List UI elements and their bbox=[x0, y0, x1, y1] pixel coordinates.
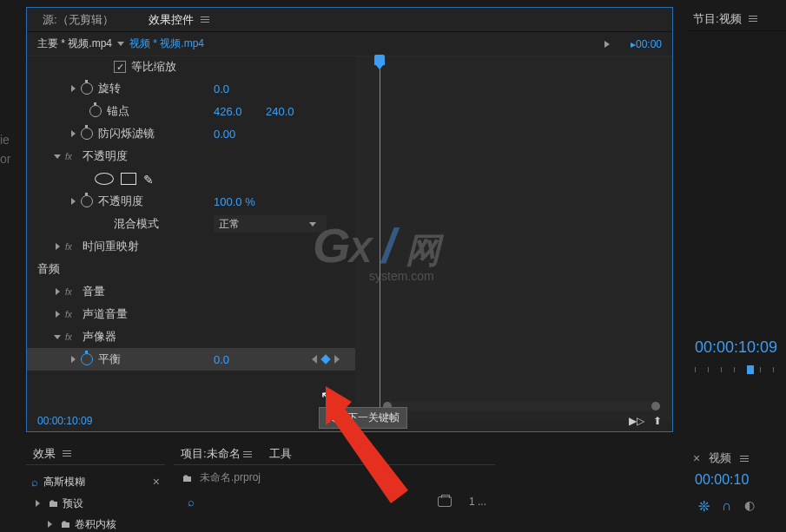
item-count: 1 ... bbox=[469, 496, 486, 508]
uniform-scale-label: 等比缩放 bbox=[131, 59, 176, 75]
panel-menu-icon[interactable] bbox=[201, 16, 209, 23]
channel-volume-label: 声道音量 bbox=[83, 306, 128, 322]
project-crumb[interactable]: 未命名.prproj bbox=[200, 470, 261, 485]
program-ruler[interactable] bbox=[695, 367, 786, 384]
tools-tab[interactable]: 工具 bbox=[269, 446, 292, 462]
twirl-icon[interactable] bbox=[45, 520, 54, 529]
play-only-icon[interactable]: ▶▷ bbox=[629, 415, 644, 427]
fx-badge-icon: fx bbox=[65, 332, 77, 342]
effect-controls-panel: 源:（无剪辑） 效果控件 主要 * 视频.mp4 视频 * 视频.mp4 ▸00… bbox=[26, 7, 673, 432]
twirl-icon[interactable] bbox=[69, 355, 77, 364]
twirl-icon[interactable] bbox=[53, 332, 62, 341]
fx-badge-icon: fx bbox=[65, 242, 77, 252]
opacity-group-label: 不透明度 bbox=[83, 148, 128, 164]
edge-text-1: ie bbox=[0, 130, 10, 149]
panel-menu-icon[interactable] bbox=[740, 456, 749, 462]
program-monitor-panel: 节目:视频 00:00:10:09 × 视频 00:00:10 ❊ ∩ ◐ bbox=[686, 7, 786, 532]
timeline-column[interactable] bbox=[355, 56, 672, 421]
search-icon: ⌕ bbox=[31, 476, 38, 489]
close-icon[interactable]: × bbox=[693, 451, 700, 465]
ellipse-mask-icon[interactable] bbox=[95, 173, 114, 185]
anchor-label: 锚点 bbox=[107, 103, 129, 119]
kernel-folder[interactable]: 卷积内核 bbox=[75, 517, 116, 532]
chevron-down-icon[interactable] bbox=[117, 42, 124, 46]
playhead-head-icon[interactable] bbox=[374, 55, 385, 65]
project-tab[interactable]: 项目:未命名 bbox=[181, 446, 252, 462]
playhead[interactable] bbox=[380, 56, 380, 421]
flicker-label: 防闪烁滤镜 bbox=[98, 126, 155, 141]
anchor-y-value[interactable]: 240.0 bbox=[266, 105, 294, 118]
clip-main-label: 主要 * 视频.mp4 bbox=[37, 36, 112, 51]
opacity-label: 不透明度 bbox=[98, 194, 143, 209]
bin-icon[interactable] bbox=[438, 496, 452, 507]
anchor-x-value[interactable]: 426.0 bbox=[214, 105, 242, 118]
magnet-icon[interactable]: ∩ bbox=[722, 498, 732, 515]
program-time[interactable]: 00:00:10:09 bbox=[695, 338, 777, 357]
twirl-icon[interactable] bbox=[53, 242, 62, 251]
fx-badge-icon: fx bbox=[65, 310, 77, 319]
current-time[interactable]: 00:00:10:09 bbox=[37, 415, 92, 427]
fx-badge-icon: fx bbox=[65, 152, 77, 161]
edge-text-2: or bbox=[0, 149, 10, 168]
panner-label: 声像器 bbox=[83, 329, 116, 345]
panel-menu-icon[interactable] bbox=[63, 450, 71, 456]
tab-source[interactable]: 源:（无剪辑） bbox=[43, 9, 114, 31]
twirl-icon[interactable] bbox=[33, 499, 42, 508]
panel-menu-icon[interactable] bbox=[749, 16, 757, 22]
stopwatch-icon[interactable] bbox=[81, 195, 93, 207]
folder-icon: 🖿 bbox=[49, 497, 59, 509]
sequence-time[interactable]: 00:00:10 bbox=[686, 469, 786, 491]
opacity-value[interactable]: 100.0 % bbox=[214, 195, 255, 208]
prev-keyframe-icon[interactable] bbox=[312, 355, 317, 364]
balance-value[interactable]: 0.0 bbox=[214, 353, 229, 366]
sequence-tab[interactable]: 视频 bbox=[709, 450, 731, 466]
rotation-value[interactable]: 0.0 bbox=[214, 82, 229, 95]
next-keyframe-icon[interactable] bbox=[334, 355, 340, 364]
play-icon[interactable] bbox=[604, 41, 610, 48]
blend-mode-dropdown[interactable]: 正常 bbox=[214, 215, 327, 233]
stopwatch-icon[interactable] bbox=[81, 82, 93, 95]
add-keyframe-icon[interactable] bbox=[320, 354, 330, 364]
twirl-icon[interactable] bbox=[69, 197, 77, 206]
clip-link[interactable]: 视频 * 视频.mp4 bbox=[129, 36, 204, 51]
time-remap-label: 时间重映射 bbox=[83, 239, 139, 254]
tooltip: 转到下一关键帧 bbox=[319, 407, 407, 429]
clear-search-icon[interactable]: × bbox=[153, 475, 160, 489]
stopwatch-icon[interactable] bbox=[81, 353, 93, 365]
twirl-icon[interactable] bbox=[69, 129, 77, 138]
stopwatch-icon[interactable] bbox=[89, 105, 102, 117]
folder-icon: 🖿 bbox=[61, 518, 71, 530]
stopwatch-icon[interactable] bbox=[81, 128, 93, 140]
snap-icon[interactable]: ❊ bbox=[698, 498, 710, 515]
project-search-input[interactable]: ⌕ bbox=[182, 492, 429, 511]
scrollbar-thumb-right[interactable] bbox=[651, 402, 660, 410]
rotation-label: 旋转 bbox=[98, 81, 121, 96]
tab-effect-controls[interactable]: 效果控件 bbox=[149, 9, 209, 31]
twirl-icon[interactable] bbox=[53, 152, 62, 161]
project-panel: 项目:未命名 工具 🖿 未命名.prproj ⌕ 1 ... bbox=[174, 443, 495, 513]
folder-icon: 🖿 bbox=[182, 472, 193, 484]
balance-label: 平衡 bbox=[98, 351, 121, 367]
panel-menu-icon[interactable] bbox=[243, 451, 252, 457]
program-tab[interactable]: 节目:视频 bbox=[693, 11, 742, 27]
timeline-scrollbar[interactable] bbox=[383, 402, 660, 410]
export-icon[interactable]: ⬆ bbox=[653, 415, 662, 427]
twirl-icon[interactable] bbox=[53, 310, 62, 319]
effects-search-input[interactable] bbox=[43, 476, 153, 488]
rect-mask-icon[interactable] bbox=[121, 173, 136, 185]
effects-panel: 效果 ⌕ × 🖿 预设 🖿 卷积内核 bbox=[26, 443, 165, 532]
search-icon: ⌕ bbox=[188, 496, 195, 509]
twirl-icon[interactable] bbox=[69, 84, 77, 93]
properties-column: ✓ 等比缩放 旋转 0.0 锚点 426.0 240.0 bbox=[27, 56, 355, 421]
flicker-value[interactable]: 0.00 bbox=[214, 128, 235, 141]
fx-badge-icon: fx bbox=[65, 287, 77, 297]
twirl-icon[interactable] bbox=[53, 287, 62, 296]
chevron-down-icon bbox=[309, 222, 316, 227]
uniform-scale-checkbox[interactable]: ✓ bbox=[114, 61, 126, 73]
audio-section: 音频 bbox=[27, 258, 355, 280]
effects-tab[interactable]: 效果 bbox=[33, 446, 56, 462]
ruler-marker-icon[interactable] bbox=[747, 365, 754, 374]
marker-icon[interactable]: ◐ bbox=[744, 498, 755, 515]
pen-mask-icon[interactable] bbox=[143, 173, 155, 185]
preset-folder[interactable]: 预设 bbox=[63, 496, 83, 511]
